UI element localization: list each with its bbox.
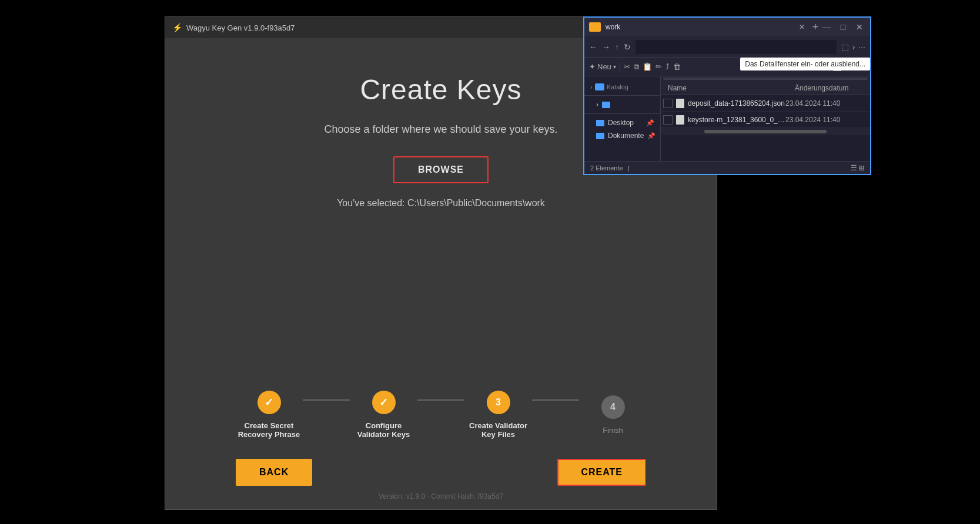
column-header-date[interactable]: Änderungsdatum [788, 84, 870, 92]
file-icon-1 [676, 99, 684, 108]
back-nav-button[interactable]: ← [589, 42, 597, 52]
sidebar-header-katalog[interactable]: › Katalog [584, 81, 660, 93]
explorer-main-area: Name Änderungsdatum deposit_data-1713865… [661, 76, 870, 161]
cut-toolbar-button[interactable]: ✂ [624, 62, 630, 71]
copy-toolbar-button[interactable]: ⧉ [634, 62, 639, 72]
cloud-folder-icon [602, 102, 610, 108]
bottom-buttons: BACK CREATE [165, 459, 717, 486]
tabs-icon[interactable]: ⬚ [841, 42, 849, 52]
sidebar-divider-2 [584, 113, 660, 114]
close-button[interactable]: ✕ [854, 21, 865, 33]
stepper-row: ✓ Create Secret Recovery Phrase ✓ Config… [235, 391, 647, 439]
refresh-nav-button[interactable]: ↻ [624, 42, 631, 52]
desktop-pin-icon: 📌 [646, 119, 654, 127]
top-scroll-area [661, 76, 870, 81]
explorer-status-bar: 2 Elemente | ☰ ⊞ [584, 161, 870, 174]
step-2-label: Configure Validator Keys [350, 421, 417, 439]
katalog-folder-icon [595, 83, 604, 90]
new-toolbar-button[interactable]: ✦ Neu ▾ [589, 62, 616, 71]
step-4: 4 Finish [579, 395, 647, 435]
share-toolbar-button[interactable]: ⤴ [665, 62, 670, 71]
table-row[interactable]: deposit_data-1713865204.json 23.04.2024 … [661, 95, 870, 112]
h-scrollbar[interactable] [704, 130, 827, 133]
katalog-label: Katalog [607, 83, 628, 90]
new-tab-button[interactable]: + [812, 21, 818, 33]
explorer-title-bar: work ✕ + — □ ✕ [584, 18, 870, 36]
tooltip: Das Detailfenster ein- oder ausblend... [740, 58, 870, 70]
file-icon-2 [676, 115, 684, 125]
delete-toolbar-button[interactable]: 🗑 [673, 62, 681, 71]
h-scrollbar-area [661, 128, 870, 135]
new-icon: ✦ [589, 62, 596, 71]
address-bar[interactable] [636, 40, 837, 54]
explorer-folder-icon [589, 22, 601, 32]
file-name-2: keystore-m_12381_3600_0_0_0-1713865203.j… [688, 116, 785, 124]
step-4-circle: 4 [601, 395, 625, 419]
create-button[interactable]: CREATE [557, 459, 646, 486]
subtitle: Choose a folder where we should save you… [324, 123, 557, 136]
up-nav-button[interactable]: ↑ [615, 42, 619, 52]
table-row[interactable]: keystore-m_12381_3600_0_0_0-1713865203.j… [661, 112, 870, 128]
app-icon: ⚡ [172, 23, 182, 32]
step-2: ✓ Configure Validator Keys [350, 391, 417, 439]
explorer-win-controls: — □ ✕ [821, 21, 865, 33]
desktop-label: Desktop [608, 119, 634, 127]
step-3-label: Create Validator Key Files [464, 421, 532, 439]
toolbar-separator-1 [620, 62, 620, 72]
nav-more-icon[interactable]: ··· [858, 42, 865, 52]
app-title: Wagyu Key Gen v1.9.0-f93a5d7 [186, 23, 295, 32]
sidebar-section-katalog: › Katalog [584, 81, 660, 93]
step-3-circle: 3 [487, 391, 510, 414]
connector-2-3 [417, 399, 464, 401]
step-2-circle: ✓ [372, 391, 396, 414]
dokumente-folder-icon [596, 133, 604, 139]
version-text: Version: v1.9.0 · Commit Hash: f93a5d7 [379, 492, 503, 501]
explorer-columns: Name Änderungsdatum [661, 81, 870, 95]
explorer-window: work ✕ + — □ ✕ ← → ↑ ↻ ⬚ › ··· Das Detai… [583, 16, 871, 175]
step-3-number: 3 [496, 397, 501, 408]
view-icons: ☰ ⊞ [851, 164, 864, 172]
step-4-number: 4 [610, 402, 616, 412]
step-1-label: Create Secret Recovery Phrase [235, 421, 303, 439]
minimize-button[interactable]: — [821, 21, 832, 33]
step-1: ✓ Create Secret Recovery Phrase [235, 391, 303, 439]
step-1-checkmark: ✓ [265, 396, 273, 409]
paste-toolbar-button[interactable]: 📋 [643, 62, 652, 71]
column-header-name[interactable]: Name [661, 84, 788, 92]
connector-1-2 [303, 399, 350, 401]
forward-nav-button[interactable]: → [602, 42, 610, 52]
explorer-sidebar: › Katalog › Desktop 📌 Dokumente 📌 [584, 76, 661, 161]
file-date-2: 23.04.2024 11:40 [785, 116, 868, 124]
new-label: Neu [597, 62, 611, 71]
back-button[interactable]: BACK [236, 459, 312, 486]
step-2-checkmark: ✓ [379, 396, 388, 409]
file-name-1: deposit_data-1713865204.json [688, 99, 785, 108]
connector-3-4 [532, 399, 579, 401]
browse-button[interactable]: BROWSE [393, 156, 489, 183]
step-3: 3 Create Validator Key Files [464, 391, 532, 439]
explorer-body: › Katalog › Desktop 📌 Dokumente 📌 [584, 76, 870, 161]
page-title: Create Keys [360, 73, 521, 106]
status-count: 2 Elemente [590, 164, 623, 172]
sidebar-divider-1 [584, 95, 660, 96]
new-dropdown-icon: ▾ [613, 63, 616, 70]
close-tab-icon[interactable]: ✕ [799, 23, 805, 31]
rename-toolbar-button[interactable]: ✏ [655, 62, 662, 71]
sidebar-item-dokumente[interactable]: Dokumente 📌 [584, 129, 660, 142]
file-date-1: 23.04.2024 11:40 [785, 99, 868, 108]
sidebar-item-cloud[interactable]: › [584, 98, 660, 111]
maximize-button[interactable]: □ [837, 21, 849, 33]
file-checkbox-1[interactable] [663, 99, 673, 108]
file-checkbox-2[interactable] [663, 115, 673, 125]
grid-view-icon[interactable]: ⊞ [858, 164, 864, 172]
status-separator: | [628, 164, 630, 172]
explorer-tab-text: work [606, 23, 797, 31]
list-view-icon[interactable]: ☰ [851, 164, 857, 172]
selected-path: You've selected: C:\Users\Public\Documen… [337, 198, 545, 209]
top-scrollbar[interactable] [663, 78, 868, 80]
step-4-label: Finish [603, 426, 623, 435]
sidebar-item-desktop[interactable]: Desktop 📌 [584, 116, 660, 129]
nav-forward-icon[interactable]: › [852, 42, 855, 52]
nav-icons: ⬚ › ··· [841, 42, 865, 52]
katalog-expand-icon: › [590, 83, 593, 90]
